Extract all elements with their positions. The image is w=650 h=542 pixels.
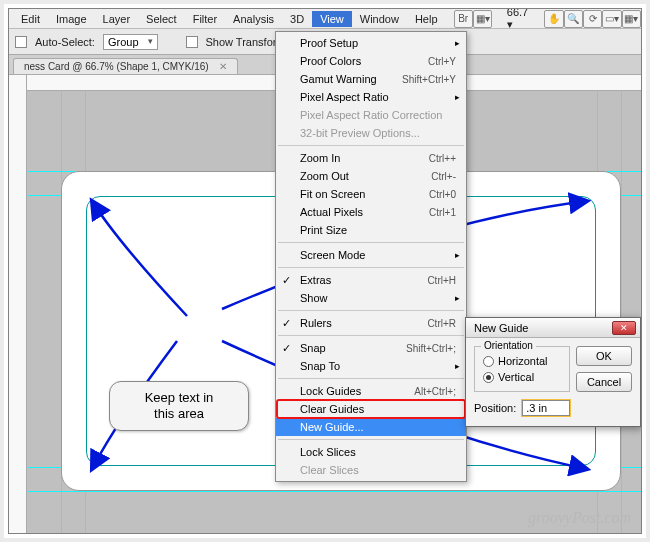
menu-item[interactable]: Proof Setup	[276, 34, 466, 52]
position-input[interactable]	[522, 400, 570, 416]
menu-item[interactable]: Snap To	[276, 357, 466, 375]
show-transform-checkbox[interactable]	[186, 36, 198, 48]
screenmode-icon[interactable]: ▭▾	[602, 10, 621, 28]
guide-horizontal[interactable]	[27, 491, 641, 492]
menu-item[interactable]: Show	[276, 289, 466, 307]
new-guide-dialog: New Guide ✕ Orientation Horizontal Verti…	[465, 317, 641, 427]
menu-item[interactable]: Print Size	[276, 221, 466, 239]
orientation-fieldset: Orientation Horizontal Vertical	[474, 346, 570, 392]
menu-analysis[interactable]: Analysis	[225, 11, 282, 27]
watermark: groovyPost.com	[528, 509, 631, 527]
radio-vertical-label: Vertical	[498, 371, 534, 383]
menu-item[interactable]: Screen Mode	[276, 246, 466, 264]
menu-item[interactable]: ✓ExtrasCtrl+H	[276, 271, 466, 289]
zoom-value[interactable]: 66.7 ▾	[501, 8, 539, 31]
menu-item[interactable]: Zoom OutCtrl+-	[276, 167, 466, 185]
menubar: Edit Image Layer Select Filter Analysis …	[9, 9, 641, 29]
menu-filter[interactable]: Filter	[185, 11, 225, 27]
document-tab-title: ness Card @ 66.7% (Shape 1, CMYK/16)	[24, 61, 209, 72]
document-tab[interactable]: ness Card @ 66.7% (Shape 1, CMYK/16) ✕	[13, 58, 238, 74]
cancel-button[interactable]: Cancel	[576, 372, 632, 392]
close-tab-icon[interactable]: ✕	[219, 61, 227, 72]
menu-item[interactable]: Gamut WarningShift+Ctrl+Y	[276, 70, 466, 88]
rotate-icon[interactable]: ⟳	[583, 10, 602, 28]
hand-icon[interactable]: ✋	[544, 10, 563, 28]
menu-item[interactable]: New Guide...	[276, 418, 466, 436]
view-dropdown: Proof SetupProof ColorsCtrl+YGamut Warni…	[275, 31, 467, 482]
menu-item[interactable]: Actual PixelsCtrl+1	[276, 203, 466, 221]
dialog-titlebar[interactable]: New Guide ✕	[466, 318, 640, 338]
radio-horizontal-label: Horizontal	[498, 355, 548, 367]
menu-item: 32-bit Preview Options...	[276, 124, 466, 142]
vertical-ruler[interactable]	[9, 75, 27, 533]
menu-item[interactable]: ✓RulersCtrl+R	[276, 314, 466, 332]
auto-select-label: Auto-Select:	[35, 36, 95, 48]
menu-item: Pixel Aspect Ratio Correction	[276, 106, 466, 124]
zoom-icon[interactable]: 🔍	[564, 10, 583, 28]
dialog-title: New Guide	[474, 322, 528, 334]
menu-item[interactable]: Fit on ScreenCtrl+0	[276, 185, 466, 203]
menu-select[interactable]: Select	[138, 11, 185, 27]
menu-3d[interactable]: 3D	[282, 11, 312, 27]
close-icon[interactable]: ✕	[612, 321, 636, 335]
menu-item: Clear Slices	[276, 461, 466, 479]
menu-item[interactable]: Lock GuidesAlt+Ctrl+;	[276, 382, 466, 400]
menu-item[interactable]: Zoom InCtrl++	[276, 149, 466, 167]
position-label: Position:	[474, 402, 516, 414]
menu-item[interactable]: ✓SnapShift+Ctrl+;	[276, 339, 466, 357]
arrange-icon[interactable]: ▦▾	[473, 10, 492, 28]
menu-window[interactable]: Window	[352, 11, 407, 27]
menu-item[interactable]: Clear Guides	[276, 400, 466, 418]
grid-icon[interactable]: ▦▾	[622, 10, 641, 28]
bridge-icon[interactable]: Br	[454, 10, 473, 28]
menu-item[interactable]: Proof ColorsCtrl+Y	[276, 52, 466, 70]
auto-select-checkbox[interactable]	[15, 36, 27, 48]
radio-horizontal[interactable]	[483, 356, 494, 367]
radio-vertical[interactable]	[483, 372, 494, 383]
menu-image[interactable]: Image	[48, 11, 95, 27]
menu-edit[interactable]: Edit	[13, 11, 48, 27]
menu-item[interactable]: Pixel Aspect Ratio	[276, 88, 466, 106]
ok-button[interactable]: OK	[576, 346, 632, 366]
menu-view[interactable]: View	[312, 11, 352, 27]
menu-help[interactable]: Help	[407, 11, 446, 27]
menu-layer[interactable]: Layer	[95, 11, 139, 27]
annotation-callout: Keep text in this area	[109, 381, 249, 431]
auto-select-dropdown[interactable]: Group	[103, 34, 158, 50]
orientation-legend: Orientation	[481, 340, 536, 351]
menu-item[interactable]: Lock Slices	[276, 443, 466, 461]
